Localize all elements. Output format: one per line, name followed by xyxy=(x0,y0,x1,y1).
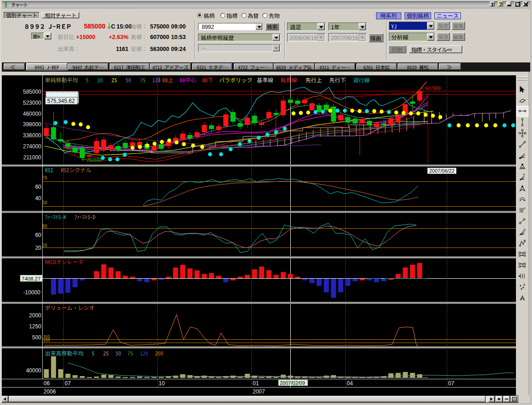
svg-text:F: F xyxy=(523,173,525,176)
svg-text:3: 3 xyxy=(521,253,523,256)
svg-text:G: G xyxy=(523,228,526,231)
svg-text:F: F xyxy=(524,207,526,210)
svg-text:4: 4 xyxy=(521,263,523,266)
